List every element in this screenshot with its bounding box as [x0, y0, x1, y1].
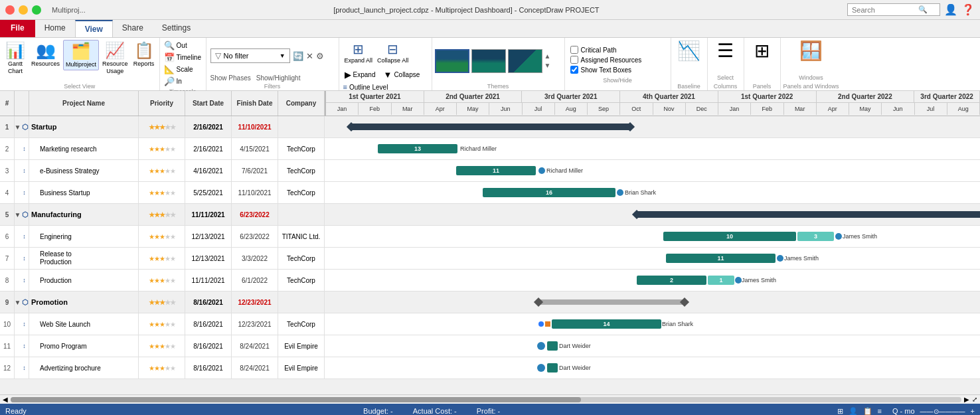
- close-button[interactable]: [5, 5, 15, 15]
- theme-3-button[interactable]: [508, 49, 542, 73]
- resource-usage-button[interactable]: 📈 ResourceUsage: [100, 40, 130, 76]
- scroll-expand-icon[interactable]: ⤢: [972, 396, 977, 403]
- timeline-button[interactable]: 📅 Timeline: [163, 52, 203, 63]
- tab-file[interactable]: File: [0, 20, 35, 37]
- ribbon-tabs: File Home View Share Settings: [0, 20, 980, 38]
- show-text-boxes-label[interactable]: Show Text Boxes: [581, 66, 632, 74]
- minimize-button[interactable]: [19, 5, 28, 15]
- cell-row-9-gantt: [325, 291, 980, 313]
- assigned-resources-label[interactable]: Assigned Resources: [581, 56, 642, 64]
- cell-row-1-company: [278, 116, 325, 137]
- ribbon-group-showhide: Critical Path Assigned Resources Show Te…: [565, 38, 671, 90]
- cell-row-4-name: Business Startup: [29, 182, 139, 203]
- ribbon-group-baseline: 📉 Baseline: [671, 38, 708, 90]
- resources-button[interactable]: 👥 Resources: [29, 40, 62, 69]
- cell-row-9-expand[interactable]: ▼⬡: [15, 291, 29, 313]
- scroll-left-icon[interactable]: ◀: [3, 396, 8, 403]
- cell-row-12-icon: ↕: [15, 357, 29, 378]
- status-left: Ready: [5, 407, 27, 415]
- gantt-dot-row-10: [538, 321, 544, 327]
- theme-scroll-up-icon[interactable]: ▲: [544, 52, 551, 61]
- filter-dropdown[interactable]: ▽ No filter ▼: [210, 48, 290, 63]
- theme-scroll[interactable]: ▲ ▼: [544, 52, 551, 70]
- status-icon-2: 👤: [849, 407, 858, 416]
- cell-row-9-finish: 12/23/2021: [232, 291, 278, 313]
- cell-row-9-start: 8/16/2021: [185, 291, 232, 313]
- multiproject-button[interactable]: 🗂️ Multiproject: [63, 40, 99, 70]
- collapse-all-button[interactable]: ⊟ Collapse All: [376, 40, 410, 65]
- show-hide-label: Show/Hide: [570, 76, 665, 84]
- gantt-chart-icon: 📊: [5, 41, 25, 60]
- outline-level-icon: ≡: [343, 83, 347, 91]
- cell-row-7-icon: ↕: [15, 248, 29, 269]
- cell-row-2-icon: ↕: [15, 138, 29, 159]
- critical-path-label[interactable]: Critical Path: [581, 46, 617, 54]
- gantt-marker-row-8: [735, 277, 742, 284]
- gantt-chart-button[interactable]: 📊 GanttChart: [3, 40, 28, 76]
- ribbon-group-select-view: 📊 GanttChart 👥 Resources 🗂️ Multiproject…: [0, 38, 160, 90]
- show-highlight-button[interactable]: Show/Highlight: [256, 74, 301, 82]
- show-text-boxes-checkbox[interactable]: [570, 66, 578, 74]
- scale-button[interactable]: 📐 Scale: [163, 64, 203, 75]
- cell-row-3-name: e-Business Strategy: [29, 160, 139, 181]
- filter-settings-icon[interactable]: ⚙: [316, 51, 324, 61]
- cell-row-1-expand[interactable]: ▼⬡: [15, 116, 29, 137]
- cell-row-5-expand[interactable]: ▼⬡: [15, 204, 29, 225]
- scrollbar-thumb[interactable]: [11, 397, 581, 402]
- table-row: 11 ↕ Promo Program ★★★★★ 8/16/2021 8/24/…: [0, 335, 980, 357]
- reports-button[interactable]: 📋 Reports: [131, 40, 157, 69]
- maximize-button[interactable]: [32, 5, 41, 15]
- cell-row-3-start: 4/16/2021: [185, 160, 232, 181]
- zoom-in-status-icon[interactable]: +: [971, 407, 975, 415]
- cell-row-3-gantt: 11 Richard Miller: [325, 160, 980, 181]
- cell-row-9-company: [278, 291, 325, 313]
- zoom-slider[interactable]: ——⊙————: [920, 408, 965, 415]
- cell-row-10-finish: 12/23/2021: [232, 313, 278, 335]
- collapse-button[interactable]: ▼ Collapse: [382, 69, 422, 80]
- table-row: 4 ↕ Business Startup ★★★★★ 5/25/2021 11/…: [0, 182, 980, 204]
- tab-home[interactable]: Home: [35, 20, 75, 37]
- month-mar2: Mar: [784, 103, 817, 115]
- gantt-label-row-4: Brian Shark: [625, 189, 656, 196]
- scrollbar-track[interactable]: [11, 397, 961, 402]
- critical-path-checkbox[interactable]: [570, 46, 578, 54]
- zoom-out-button[interactable]: 🔍 Out: [163, 40, 203, 51]
- expand-all-icon: ⊞: [353, 41, 364, 57]
- filter-refresh-icon[interactable]: 🔄: [293, 51, 303, 61]
- gantt-bar-row-6b: 3: [797, 232, 834, 241]
- cell-row-5-company: [278, 204, 325, 225]
- ribbon-group-panels: ⊞ Panels: [744, 38, 781, 90]
- cell-row-12-gantt: Dart Weider: [325, 357, 980, 378]
- search-input[interactable]: [852, 6, 918, 14]
- gantt-marker-row-7: [777, 255, 783, 262]
- cell-row-6-finish: 6/23/2022: [232, 226, 278, 247]
- scroll-right-icon[interactable]: ▶: [964, 396, 969, 403]
- assigned-resources-checkbox[interactable]: [570, 56, 578, 64]
- zoom-in-button[interactable]: 🔎 In: [163, 76, 203, 87]
- tab-share[interactable]: Share: [113, 20, 153, 37]
- expand-button[interactable]: ▶ Expand: [343, 69, 377, 80]
- month-apr2: Apr: [817, 103, 849, 115]
- cell-row-5-priority: ★★★★★: [139, 204, 185, 225]
- theme-1-button[interactable]: [435, 49, 469, 73]
- tab-settings[interactable]: Settings: [153, 20, 200, 37]
- theme-scroll-down-icon[interactable]: ▼: [544, 61, 551, 70]
- baseline-icon: 📉: [677, 40, 700, 62]
- tab-view[interactable]: View: [75, 20, 113, 37]
- month-jun2: Jun: [882, 103, 914, 115]
- ribbon-group-expand-collapse: ⊞ Expand All ⊟ Collapse All ▶ Expand ▼ C…: [339, 38, 432, 90]
- panels-label: Panels: [753, 82, 772, 90]
- horizontal-scrollbar[interactable]: ◀ ▶ ⤢: [0, 394, 980, 404]
- status-right: ⊞ 👤 📋 ≡ Q - mo ——⊙———— +: [837, 407, 975, 416]
- show-phases-button[interactable]: Show Phases: [210, 74, 251, 82]
- expand-all-button[interactable]: ⊞ Expand All: [343, 40, 374, 65]
- theme-2-button[interactable]: [471, 49, 506, 73]
- gantt-bar-row-8a: 2: [637, 276, 706, 285]
- app-shortname: Multiproj...: [52, 6, 86, 14]
- cell-row-7-priority: ★★★★★: [139, 248, 185, 269]
- table-row: 2 ↕ Marketing research ★★★★★ 2/16/2021 4…: [0, 138, 980, 160]
- search-box[interactable]: 🔍: [847, 3, 940, 16]
- filters-label: Filters: [210, 82, 335, 90]
- filter-clear-icon[interactable]: ✕: [306, 51, 313, 61]
- status-zoom: Q - mo: [892, 407, 915, 415]
